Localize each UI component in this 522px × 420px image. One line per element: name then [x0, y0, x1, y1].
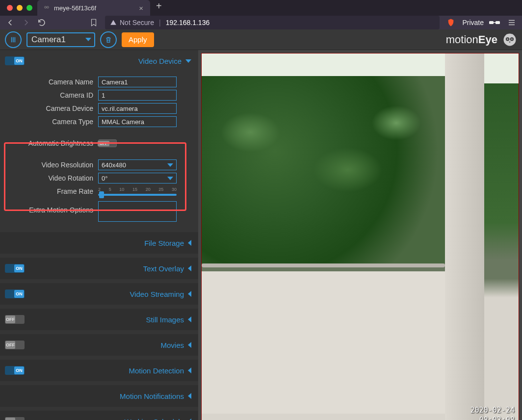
- section-file-storage-header[interactable]: File Storage: [0, 232, 198, 254]
- working-schedule-toggle[interactable]: OFF: [5, 417, 25, 420]
- chevron-down-icon: [185, 59, 191, 63]
- section-still-images-header[interactable]: OFF Still Images: [0, 309, 198, 330]
- brave-shields-icon[interactable]: [446, 18, 455, 27]
- minimize-window-icon[interactable]: [17, 5, 23, 11]
- chevron-left-icon: [188, 291, 191, 297]
- video-resolution-select[interactable]: 640x480: [98, 159, 177, 170]
- auto-brightness-label: Automatic Brightness: [7, 139, 93, 147]
- section-title: Working Schedule: [125, 418, 184, 420]
- slider-thumb[interactable]: [99, 191, 104, 198]
- settings-panel[interactable]: ON Video Device Camera NameCamera1 Camer…: [0, 50, 198, 420]
- delete-camera-button[interactable]: [100, 31, 117, 48]
- section-title: Motion Notifications: [120, 392, 184, 400]
- section-title: Video Streaming: [130, 290, 184, 298]
- svg-point-2: [45, 7, 46, 7]
- maximize-window-icon[interactable]: [26, 5, 32, 11]
- video-time: 08:02:08: [470, 416, 515, 420]
- toggle-knob-label: OFF: [5, 341, 15, 349]
- video-device-toggle[interactable]: ON: [5, 56, 25, 65]
- settings-panel-toggle[interactable]: [5, 31, 22, 48]
- svg-point-11: [511, 38, 513, 40]
- camera-type-value: MMAL Camera: [102, 118, 144, 126]
- section-motion-detection-header[interactable]: ON Motion Detection: [0, 360, 198, 381]
- bookmark-icon[interactable]: [89, 18, 98, 27]
- video-resolution-label: Video Resolution: [7, 161, 93, 169]
- motion-detection-toggle[interactable]: ON: [5, 366, 25, 375]
- camera-video-frame[interactable]: 2020-02-24 08:02:08: [201, 53, 519, 420]
- url-text: 192.168.1.136: [166, 19, 210, 26]
- section-text-overlay-header[interactable]: ON Text Overlay: [0, 258, 198, 279]
- svg-point-10: [507, 38, 508, 40]
- browser-tab[interactable]: meye-56f13c6f ×: [37, 0, 150, 16]
- not-secure-badge: Not Secure: [110, 19, 154, 26]
- reload-icon[interactable]: [37, 18, 46, 27]
- close-tab-icon[interactable]: ×: [137, 4, 145, 12]
- movies-toggle[interactable]: OFF: [5, 341, 25, 349]
- section-video-streaming-header[interactable]: ON Video Streaming: [0, 283, 198, 305]
- section-working-schedule-header[interactable]: OFF Working Schedule: [0, 411, 198, 420]
- video-streaming-toggle[interactable]: ON: [5, 289, 25, 298]
- svg-point-7: [504, 33, 516, 46]
- svg-rect-6: [494, 22, 496, 23]
- address-bar[interactable]: Not Secure | 192.168.1.136: [105, 16, 440, 29]
- private-mode-indicator: Private: [462, 19, 500, 26]
- not-secure-label: Not Secure: [120, 19, 154, 26]
- video-resolution-value: 640x480: [102, 161, 126, 169]
- camera-name-label: Camera Name: [7, 78, 93, 86]
- chevron-left-icon: [188, 240, 191, 246]
- glasses-icon: [489, 19, 500, 26]
- tick: 10: [119, 187, 124, 192]
- section-video-device-header[interactable]: ON Video Device: [0, 50, 198, 72]
- chevron-down-icon: [167, 163, 173, 167]
- tab-title: meye-56f13c6f: [54, 4, 96, 12]
- extra-motion-textarea[interactable]: [98, 201, 177, 222]
- browser-navbar: Not Secure | 192.168.1.136 Private: [0, 16, 522, 29]
- section-title: Text Overlay: [143, 264, 184, 273]
- camera-selector-value: Camera1: [31, 35, 66, 45]
- toggle-knob-label: ON: [14, 57, 24, 65]
- toggle-off-label: OFF: [98, 141, 109, 146]
- menu-icon[interactable]: [507, 18, 516, 27]
- section-title: Still Images: [146, 315, 184, 324]
- video-rotation-select[interactable]: 0°: [98, 173, 177, 184]
- apply-button[interactable]: Apply: [122, 32, 154, 47]
- camera-type-label: Camera Type: [7, 118, 93, 126]
- video-pane: 2020-02-24 08:02:08: [198, 50, 522, 420]
- tick: 30: [172, 187, 177, 192]
- section-motion-notifications-header[interactable]: Motion Notifications: [0, 385, 198, 407]
- video-rotation-value: 0°: [102, 175, 107, 182]
- still-images-toggle[interactable]: OFF: [5, 315, 25, 324]
- tick: 15: [132, 187, 137, 192]
- camera-id-input[interactable]: 1: [98, 90, 177, 101]
- camera-device-input[interactable]: vc.ril.camera: [98, 103, 177, 114]
- chevron-left-icon: [188, 316, 191, 322]
- video-timestamp: 2020-02-24 08:02:08: [470, 406, 515, 420]
- warning-icon: [110, 19, 117, 26]
- auto-brightness-toggle[interactable]: OFF: [98, 139, 117, 147]
- private-label: Private: [462, 19, 484, 26]
- tick: 5: [109, 187, 111, 192]
- chevron-left-icon: [188, 265, 191, 271]
- frame-rate-label: Frame Rate: [7, 187, 93, 195]
- camera-name-input[interactable]: Camera1: [98, 77, 177, 87]
- frame-rate-slider[interactable]: 2 5 10 15 20 25 30: [98, 187, 177, 196]
- toggle-knob-label: ON: [14, 367, 24, 374]
- back-icon[interactable]: [6, 18, 15, 27]
- camera-id-label: Camera ID: [7, 91, 93, 99]
- close-window-icon[interactable]: [7, 5, 13, 11]
- camera-device-value: vc.ril.camera: [102, 105, 138, 112]
- section-title: Motion Detection: [129, 367, 184, 375]
- toggle-knob-label: ON: [14, 290, 24, 298]
- section-movies-header[interactable]: OFF Movies: [0, 334, 198, 356]
- camera-type-input[interactable]: MMAL Camera: [98, 116, 177, 127]
- camera-selector[interactable]: Camera1: [26, 32, 95, 47]
- chevron-down-icon: [167, 177, 173, 180]
- text-overlay-toggle[interactable]: ON: [5, 264, 25, 273]
- new-tab-button[interactable]: +: [150, 0, 168, 16]
- brand-logo: motionEye: [446, 32, 517, 47]
- browser-tab-strip: meye-56f13c6f × +: [0, 0, 522, 16]
- chevron-left-icon: [188, 393, 191, 399]
- chevron-down-icon: [85, 38, 91, 41]
- favicon-owl-icon: [43, 4, 50, 11]
- toggle-knob-label: OFF: [5, 315, 15, 323]
